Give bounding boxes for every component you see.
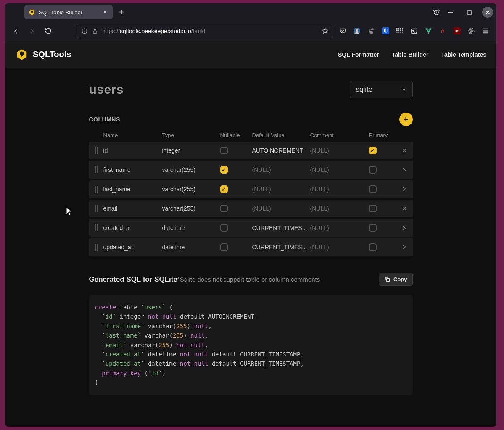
tab-favicon — [29, 9, 35, 16]
nav-sql-formatter[interactable]: SQL Formatter — [338, 51, 379, 58]
url-bar[interactable]: https://sqltools.beekeeperstudio.io/buil… — [77, 24, 333, 38]
logo-text: SQLTools — [33, 50, 71, 59]
ext-gnome-icon[interactable] — [367, 27, 375, 35]
column-type-input[interactable]: varchar(255) — [162, 205, 220, 212]
comment-input[interactable]: (NULL) — [310, 166, 369, 173]
nullable-checkbox[interactable] — [220, 224, 228, 232]
default-value-input[interactable]: CURRENT_TIMES... — [252, 224, 310, 231]
shield-icon[interactable] — [81, 28, 88, 34]
header-name: Name — [103, 132, 162, 138]
nav-table-templates[interactable]: Table Templates — [441, 51, 486, 58]
primary-checkbox[interactable] — [369, 205, 377, 212]
drag-handle-icon[interactable] — [89, 147, 103, 154]
nav-back-button[interactable] — [9, 24, 23, 38]
column-name-input[interactable]: first_name — [103, 166, 162, 173]
tab-close-icon[interactable]: × — [101, 8, 108, 16]
ext-image-icon[interactable] — [410, 27, 418, 35]
table-name-input[interactable]: users — [89, 82, 124, 97]
window-minimize-button[interactable] — [445, 7, 456, 18]
window-close-button[interactable] — [482, 7, 493, 18]
lock-icon[interactable] — [92, 28, 98, 34]
svg-rect-10 — [396, 28, 398, 29]
nullable-checkbox[interactable] — [220, 243, 228, 251]
drag-handle-icon[interactable] — [89, 205, 103, 212]
comment-input[interactable]: (NULL) — [310, 224, 369, 231]
remove-row-button[interactable]: × — [397, 166, 413, 174]
hamburger-menu-icon[interactable] — [481, 27, 490, 35]
primary-checkbox[interactable] — [369, 147, 377, 154]
browser-toolbar: https://sqltools.beekeeperstudio.io/buil… — [5, 21, 496, 41]
app-logo[interactable]: SQLTools — [15, 48, 71, 61]
nav-reload-button[interactable] — [41, 24, 55, 38]
remove-row-button[interactable]: × — [397, 185, 413, 194]
ext-avatar-icon[interactable] — [353, 27, 361, 35]
default-value-input[interactable]: CURRENT_TIMES... — [252, 244, 310, 251]
default-value-input[interactable]: AUTOINCREMENT — [252, 147, 310, 154]
ext-grid-icon[interactable] — [396, 27, 404, 35]
app-header: SQLTools SQL Formatter Table Builder Tab… — [5, 41, 496, 68]
remove-row-button[interactable]: × — [397, 204, 413, 213]
column-name-input[interactable]: created_at — [103, 224, 162, 231]
primary-checkbox[interactable] — [369, 185, 377, 193]
svg-rect-2 — [467, 10, 471, 14]
chevron-down-icon: ▼ — [402, 87, 406, 92]
header-nullable: Nullable — [220, 132, 252, 138]
header-primary: Primary — [369, 132, 397, 138]
column-type-input[interactable]: integer — [162, 147, 220, 154]
svg-rect-11 — [398, 28, 399, 29]
default-value-input[interactable]: (NULL) — [252, 205, 310, 212]
comment-input[interactable]: (NULL) — [310, 147, 369, 154]
generated-sql-code[interactable]: create table `users` ( `id` integer not … — [89, 295, 413, 395]
nullable-checkbox[interactable] — [220, 185, 228, 193]
ext-react-icon[interactable] — [467, 27, 475, 35]
columns-grid: Name Type Nullable Default Value Comment… — [89, 129, 413, 256]
page-viewport: SQLTools SQL Formatter Table Builder Tab… — [5, 41, 496, 427]
ext-h-icon[interactable]: h — [438, 27, 447, 35]
column-name-input[interactable]: last_name — [103, 186, 162, 193]
nullable-checkbox[interactable] — [220, 166, 228, 174]
drag-handle-icon[interactable] — [89, 224, 103, 231]
default-value-input[interactable]: (NULL) — [252, 166, 310, 173]
svg-rect-3 — [93, 31, 97, 33]
nav-table-builder[interactable]: Table Builder — [392, 51, 429, 58]
remove-row-button[interactable]: × — [397, 243, 413, 252]
browser-tab[interactable]: SQL Table Builder × — [24, 5, 113, 19]
comment-input[interactable]: (NULL) — [310, 244, 369, 251]
column-name-input[interactable]: email — [103, 205, 162, 212]
drag-handle-icon[interactable] — [89, 186, 103, 193]
copy-icon — [384, 276, 391, 282]
mouse-cursor-icon — [66, 207, 73, 216]
add-column-button[interactable]: + — [399, 113, 413, 126]
column-type-input[interactable]: varchar(255) — [162, 166, 220, 173]
default-value-input[interactable]: (NULL) — [252, 186, 310, 193]
columns-section-label: COLUMNS — [89, 116, 120, 123]
remove-row-button[interactable]: × — [397, 224, 413, 232]
column-type-input[interactable]: datetime — [162, 224, 220, 231]
window-maximize-button[interactable] — [464, 7, 475, 18]
builder-container: users sqlite ▼ COLUMNS + Name Type Nulla… — [89, 68, 413, 395]
nav-forward-button[interactable] — [25, 24, 39, 38]
copy-button[interactable]: Copy — [379, 273, 413, 286]
column-type-input[interactable]: datetime — [162, 244, 220, 251]
ext-ublock-icon[interactable]: uO — [453, 27, 461, 35]
ext-vue-icon[interactable] — [424, 27, 433, 35]
primary-checkbox[interactable] — [369, 243, 377, 251]
database-select[interactable]: sqlite ▼ — [350, 81, 413, 98]
ext-bitwarden-icon[interactable] — [381, 27, 390, 35]
drag-handle-icon[interactable] — [89, 166, 103, 173]
comment-input[interactable]: (NULL) — [310, 205, 369, 212]
column-name-input[interactable]: id — [103, 147, 162, 154]
primary-checkbox[interactable] — [369, 166, 377, 174]
new-tab-button[interactable]: + — [115, 6, 128, 18]
remove-row-button[interactable]: × — [397, 146, 413, 155]
bookmark-star-icon[interactable] — [322, 27, 329, 34]
primary-checkbox[interactable] — [369, 224, 377, 232]
drag-handle-icon[interactable] — [89, 244, 103, 251]
nullable-checkbox[interactable] — [220, 205, 228, 212]
alarm-icon[interactable] — [431, 7, 442, 18]
comment-input[interactable]: (NULL) — [310, 186, 369, 193]
column-name-input[interactable]: updated_at — [103, 244, 162, 251]
nullable-checkbox[interactable] — [220, 147, 228, 154]
pocket-icon[interactable] — [338, 27, 347, 35]
column-type-input[interactable]: varchar(255) — [162, 186, 220, 193]
